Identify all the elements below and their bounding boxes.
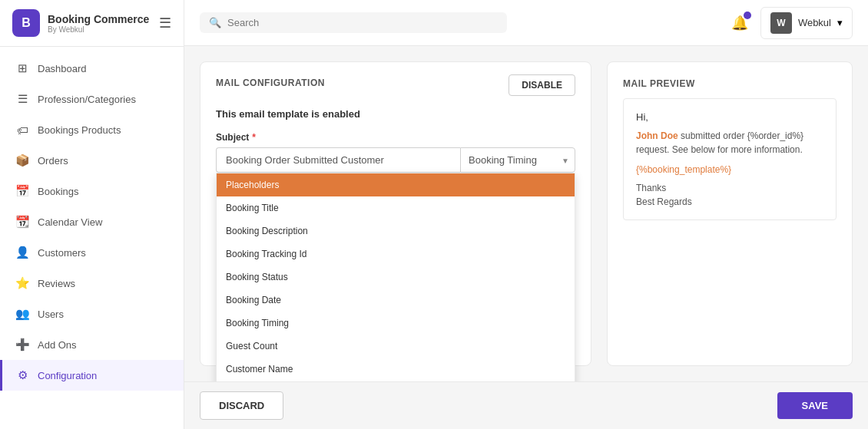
topbar-right: 🔔 W Webkul ▾ (731, 7, 853, 39)
dropdown-overlay: Placeholders Booking Title Booking Descr… (216, 173, 575, 381)
preview-name: John Doe (636, 130, 678, 141)
discard-button[interactable]: DISCARD (200, 391, 283, 420)
customers-icon: 👤 (15, 245, 30, 260)
placeholder-dropdown[interactable]: Booking Timing (460, 147, 575, 173)
notification-bell-button[interactable]: 🔔 (731, 15, 748, 31)
dashboard-icon: ⊞ (15, 61, 30, 76)
sidebar-logo: B Booking Commerce By Webkul ☰ (0, 0, 184, 47)
dropdown-item-booking-tracking-id[interactable]: Booking Tracking Id (217, 243, 575, 266)
preview-placeholder-line: {%booking_template%} (636, 163, 823, 177)
bookings-products-icon: 🏷 (15, 122, 30, 137)
sidebar-item-bookings-products[interactable]: 🏷 Bookings Products (0, 114, 184, 145)
preview-line1: John Doe submitted order {%order_id%} re… (636, 129, 823, 157)
save-button[interactable]: SAVE (777, 392, 853, 419)
sidebar-item-label: Add Ons (38, 339, 77, 351)
search-box[interactable]: 🔍 (200, 12, 507, 33)
avatar: W (770, 12, 792, 34)
logo-sub: By Webkul (48, 25, 149, 34)
users-icon: 👥 (15, 306, 30, 322)
sidebar-item-label: Reviews (38, 278, 75, 289)
dropdown-item-booking-date[interactable]: Booking Date (217, 289, 575, 312)
sidebar-item-label: Calendar View (38, 216, 102, 228)
topbar: 🔍 🔔 W Webkul ▾ (184, 0, 868, 46)
bookings-icon: 📅 (15, 183, 30, 199)
notification-badge (744, 12, 751, 19)
dropdown-item-customer-email[interactable]: Customer Email (217, 381, 575, 381)
dropdown-item-booking-status[interactable]: Booking Status (217, 266, 575, 289)
calendar-icon: 📆 (15, 214, 30, 229)
page-content: MAIL CONFIGURATION DISABLE This email te… (184, 46, 868, 381)
dropdown-item-customer-name[interactable]: Customer Name (217, 358, 575, 381)
sidebar-item-label: Bookings Products (38, 124, 121, 136)
chevron-down-icon: ▾ (837, 17, 843, 28)
subject-row: Booking Timing (216, 147, 575, 173)
logo-icon: B (12, 9, 40, 37)
profession-icon: ☰ (15, 91, 30, 107)
reviews-icon: ⭐ (15, 276, 30, 291)
mail-preview-card: MAIL PREVIEW Hi, John Doe submitted orde… (607, 61, 853, 366)
search-icon: 🔍 (209, 17, 221, 28)
dropdown-item-booking-description[interactable]: Booking Description (217, 219, 575, 243)
user-name-label: Webkul (798, 17, 831, 28)
sidebar-item-bookings[interactable]: 📅 Bookings (0, 176, 184, 206)
user-menu-button[interactable]: W Webkul ▾ (760, 7, 853, 39)
subject-field-wrapper: Booking Timing Placeholders Booking Titl… (216, 147, 575, 173)
logo-text: Booking Commerce By Webkul (48, 13, 149, 34)
preview-placeholder: {%booking_template%} (636, 164, 731, 175)
dropdown-item-booking-timing[interactable]: Booking Timing (217, 312, 575, 335)
logo-title: Booking Commerce (48, 13, 149, 25)
orders-icon: 📦 (15, 153, 30, 168)
main-area: 🔍 🔔 W Webkul ▾ MAIL CONFIGURATION DISABL… (184, 0, 868, 429)
required-star: * (252, 132, 256, 143)
dropdown-item-placeholders[interactable]: Placeholders (217, 173, 575, 196)
sidebar-item-add-ons[interactable]: ➕ Add Ons (0, 329, 184, 360)
mail-preview-title: MAIL PREVIEW (623, 78, 695, 89)
sidebar-item-label: Bookings (38, 186, 78, 197)
sidebar-item-configuration[interactable]: ⚙ Configuration (0, 360, 184, 391)
bottom-bar: DISCARD SAVE (184, 381, 868, 429)
dropdown-item-booking-title[interactable]: Booking Title (217, 196, 575, 219)
sidebar-item-profession-categories[interactable]: ☰ Profession/Categories (0, 84, 184, 114)
preview-thanks: Thanks (636, 183, 823, 193)
email-status-text: This email template is enabled (216, 108, 575, 120)
disable-button[interactable]: DISABLE (509, 74, 575, 96)
mail-config-title: MAIL CONFIGURATION (216, 78, 325, 88)
configuration-icon: ⚙ (15, 368, 30, 383)
sidebar-item-dashboard[interactable]: ⊞ Dashboard (0, 53, 184, 84)
sidebar-item-label: Profession/Categories (38, 94, 136, 105)
preview-hi: Hi, (636, 111, 823, 123)
search-input[interactable] (227, 17, 498, 28)
subject-field-label: Subject * (216, 132, 575, 143)
preview-regards: Best Regards (636, 196, 823, 207)
sidebar-item-customers[interactable]: 👤 Customers (0, 237, 184, 268)
sidebar-item-label: Users (38, 309, 64, 320)
add-ons-icon: ➕ (15, 337, 30, 352)
sidebar-item-label: Dashboard (38, 63, 87, 74)
sidebar: B Booking Commerce By Webkul ☰ ⊞ Dashboa… (0, 0, 184, 429)
sidebar-nav: ⊞ Dashboard ☰ Profession/Categories 🏷 Bo… (0, 47, 184, 429)
preview-box: Hi, John Doe submitted order {%order_id%… (623, 98, 837, 220)
subject-input[interactable] (216, 147, 460, 173)
status-row: MAIL CONFIGURATION DISABLE (216, 78, 575, 96)
sidebar-item-calendar-view[interactable]: 📆 Calendar View (0, 206, 184, 237)
dropdown-wrapper: Booking Timing (460, 147, 575, 173)
sidebar-item-orders[interactable]: 📦 Orders (0, 145, 184, 176)
sidebar-item-label: Orders (38, 155, 68, 167)
sidebar-item-reviews[interactable]: ⭐ Reviews (0, 268, 184, 299)
hamburger-icon[interactable]: ☰ (159, 15, 171, 31)
mail-configuration-card: MAIL CONFIGURATION DISABLE This email te… (200, 61, 591, 366)
sidebar-item-label: Customers (38, 247, 86, 259)
sidebar-item-users[interactable]: 👥 Users (0, 299, 184, 329)
dropdown-item-guest-count[interactable]: Guest Count (217, 335, 575, 358)
sidebar-item-label: Configuration (38, 370, 97, 381)
